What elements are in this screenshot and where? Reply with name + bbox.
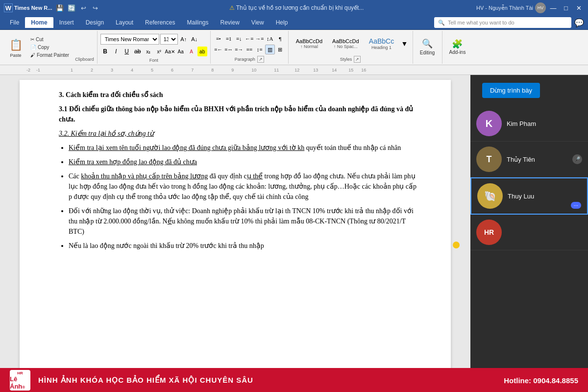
paragraph-group: ≡• ≡1 ≡↓ ←≡ →≡ ↕A ¶ ≡← ≡↔ ≡→ ≡≡ ↕≡ ▥ ⊞ P… — [211, 31, 289, 64]
align-center-button[interactable]: ≡↔ — [224, 45, 234, 54]
app-name: Times New R... — [14, 5, 52, 11]
tab-mailings[interactable]: Mailings — [181, 17, 214, 28]
styles-expand-icon[interactable]: ↗ — [354, 56, 361, 63]
mic-off-icon: 🎤 — [572, 154, 582, 164]
ruler-mark-1: 1 — [62, 68, 82, 73]
italic-button[interactable]: I — [111, 47, 121, 56]
styles-scroll-down[interactable]: ▼ — [400, 39, 410, 49]
document-area[interactable]: 3. Cách kiểm tra đối chiều sổ sách 3.1 Đ… — [0, 75, 470, 368]
tab-home[interactable]: Home — [25, 17, 53, 28]
paste-button[interactable]: 📋 Paste — [5, 35, 26, 60]
shading-button[interactable]: ▥ — [265, 45, 275, 54]
font-group: Times New Roman 13 A↑ A↓ B I U ab x₂ x² … — [98, 31, 211, 64]
tab-review[interactable]: Review — [214, 17, 245, 28]
list-item-4: Đối với những lao động thời vụ, thử việc… — [69, 206, 421, 237]
dung-trinh-bay-container: Dừng trình bày — [470, 75, 588, 106]
heading-32: 3.2. Kiểm tra lại hồ sơ, chứng từ — [59, 128, 421, 139]
tab-insert[interactable]: Insert — [53, 17, 80, 28]
justify-button[interactable]: ≡≡ — [245, 45, 254, 54]
minimize-button[interactable]: — — [548, 2, 559, 13]
style-heading1[interactable]: AaBbCc Heading 1 — [365, 36, 399, 51]
multilevel-list-button[interactable]: ≡↓ — [234, 34, 244, 44]
tab-view[interactable]: View — [245, 17, 270, 28]
tab-references[interactable]: References — [139, 17, 181, 28]
cut-button[interactable]: ✂ Cut — [28, 36, 71, 43]
bullets-button[interactable]: ≡• — [214, 34, 223, 44]
editing-icon: 🔍 — [422, 38, 433, 49]
title-bar-left: W Times New R... 💾 🔄 ↩ ↪ — [4, 3, 117, 13]
highlight-color-button[interactable]: ab — [197, 47, 207, 56]
section3-heading: 3. Cách kiểm tra đối chiều sổ sách — [59, 90, 421, 100]
line-spacing-button[interactable]: ↕≡ — [255, 45, 265, 54]
font-size-increase[interactable]: A↑ — [179, 34, 189, 44]
footer: HR Lê Ánh® HÌNH ẢNH KHÓA HỌC BẢO HIỂM XÃ… — [0, 368, 588, 392]
text-case-button[interactable]: Aa — [176, 47, 186, 56]
font-group-label: Font — [149, 58, 158, 63]
increase-indent-button[interactable]: →≡ — [255, 34, 265, 44]
document-page[interactable]: 3. Cách kiểm tra đối chiều sổ sách 3.1 Đ… — [20, 80, 451, 368]
logo-hr: HR — [17, 371, 23, 375]
superscript-button[interactable]: x² — [154, 47, 164, 56]
list-item-2: Kiểm tra xem hợp đồng lao động đã đủ chư… — [69, 157, 421, 167]
redo-icon[interactable]: ↪ — [90, 3, 100, 13]
align-right-button[interactable]: ≡→ — [234, 45, 244, 54]
style-h1-preview: AaBbCc — [369, 37, 394, 45]
text-color-button[interactable]: A — [187, 47, 196, 56]
save-icon[interactable]: 💾 — [55, 3, 65, 13]
para-expand-icon[interactable]: ↗ — [257, 56, 264, 63]
document-title: ⚠ Thủ tục về hồ sơ lương cần chuẩn bị kh… — [117, 4, 476, 11]
clear-format-button[interactable]: Aa✕ — [165, 47, 175, 56]
autosave-icon[interactable]: 🔄 — [67, 3, 76, 13]
addins-label: Add-ins — [449, 49, 466, 55]
style-nospace[interactable]: AaBbCcDd ↑ No Spac... — [328, 37, 363, 50]
warning-icon: ⚠ — [229, 4, 235, 11]
more-options-indicator[interactable]: ··· — [571, 202, 581, 209]
sort-button[interactable]: ↕A — [265, 34, 275, 44]
close-button[interactable]: ✕ — [573, 2, 584, 13]
tab-design[interactable]: Design — [80, 17, 110, 28]
ruler-content: -2 -1 1 2 3 4 5 6 7 8 9 10 11 12 13 14 1… — [0, 68, 588, 73]
doc-title-text: Thủ tục về hồ sơ lương cần chuẩn bị khi … — [236, 4, 364, 11]
avatar-thuy-luu: 🐚 — [477, 183, 503, 209]
font-size-select[interactable]: 13 — [160, 34, 178, 45]
tab-help[interactable]: Help — [270, 17, 294, 28]
ruler-mark-14: 14 — [325, 68, 343, 73]
dung-trinh-bay-button[interactable]: Dừng trình bày — [482, 83, 540, 98]
ruler-mark-15: 15 — [343, 68, 358, 73]
copy-button[interactable]: 📄 Copy — [28, 44, 71, 51]
participant-kim-pham: K Kim Pham — [470, 106, 588, 142]
font-name-select[interactable]: Times New Roman — [100, 34, 159, 45]
strikethrough-button[interactable]: ab — [133, 47, 143, 56]
style-normal[interactable]: AaBbCcDd ↑ Normal — [292, 37, 327, 50]
name-thuy-tien: Thủy Tiên — [507, 156, 535, 163]
bold-button[interactable]: B — [100, 47, 110, 56]
para-controls: ≡• ≡1 ≡↓ ←≡ →≡ ↕A ¶ ≡← ≡↔ ≡→ ≡≡ ↕≡ ▥ ⊞ — [214, 32, 285, 55]
editing-button[interactable]: 🔍 Editing — [417, 37, 438, 56]
tell-me-search[interactable]: 🔍 Tell me what you want to do — [434, 17, 571, 28]
undo-icon[interactable]: ↩ — [78, 3, 88, 13]
addins-button[interactable]: 🧩 Add-ins — [445, 37, 470, 57]
numbering-button[interactable]: ≡1 — [224, 34, 234, 44]
maximize-button[interactable]: □ — [561, 2, 571, 13]
decrease-indent-button[interactable]: ←≡ — [245, 34, 254, 44]
tab-file[interactable]: File — [4, 17, 25, 28]
tab-layout[interactable]: Layout — [110, 17, 139, 28]
bullet3-underline: khoản thu nhập và phụ cấp trên bảng lươn… — [81, 172, 208, 180]
ruler-mark-4: 4 — [122, 68, 142, 73]
ruler-mark-11: 11 — [265, 68, 288, 73]
addins-group: 🧩 Add-ins — [442, 31, 473, 64]
style-h1-label: Heading 1 — [369, 45, 394, 50]
font-size-decrease[interactable]: A↓ — [190, 34, 199, 44]
format-painter-button[interactable]: 🖌 Format Painter — [28, 51, 71, 59]
ruler-mark-13: 13 — [306, 68, 325, 73]
align-left-button[interactable]: ≡← — [214, 45, 223, 54]
editing-label: Editing — [420, 50, 435, 55]
comments-icon[interactable]: 💬 — [574, 18, 584, 27]
ruler-mark-7: 7 — [182, 68, 202, 73]
list-item-5: Nếu là lao động nước ngoài thì khấu trừ … — [69, 241, 421, 251]
avatar-hr: HR — [476, 220, 502, 245]
show-hide-button[interactable]: ¶ — [275, 34, 285, 44]
underline-button[interactable]: U — [122, 47, 132, 56]
subscript-button[interactable]: x₂ — [144, 47, 153, 56]
borders-button[interactable]: ⊞ — [275, 45, 285, 54]
